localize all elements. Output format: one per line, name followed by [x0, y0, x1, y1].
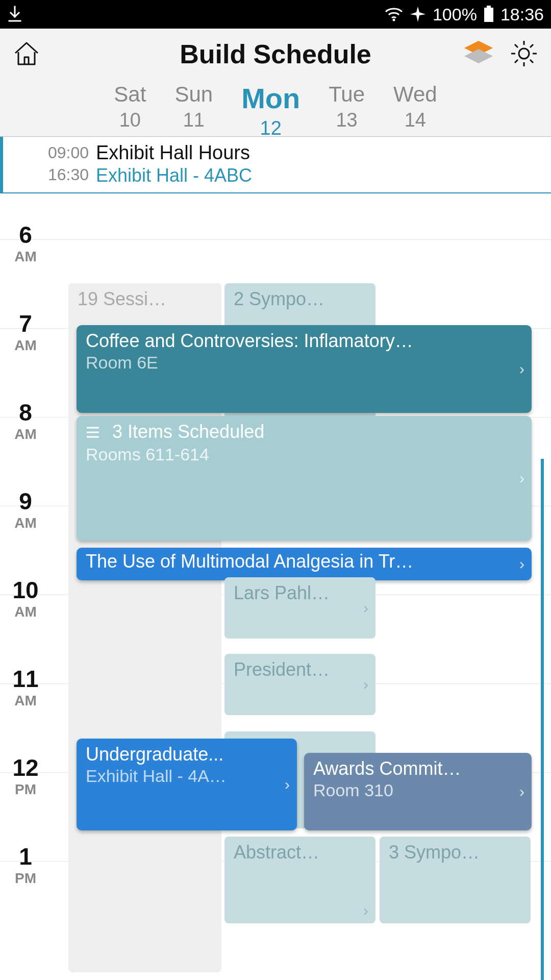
- battery-percent: 100%: [433, 5, 477, 24]
- svg-rect-1: [484, 8, 493, 22]
- chevron-right-icon: ›: [285, 776, 290, 793]
- list-icon: [86, 422, 100, 444]
- day-tabs: Sat 10 Sun 11 Mon 12 Tue 13 Wed 14: [0, 80, 551, 139]
- app-header: Build Schedule Sat 10 Sun 11 Mon 12 Tue …: [0, 29, 551, 137]
- day-tab-mon[interactable]: Mon 12: [241, 83, 300, 139]
- day-tab-tue[interactable]: Tue 13: [329, 83, 365, 139]
- wifi-icon: [385, 7, 403, 22]
- airplane-icon: [409, 6, 427, 23]
- chevron-right-icon: ›: [519, 470, 524, 487]
- status-bar: 100% 18:36: [0, 0, 551, 29]
- chevron-right-icon: ›: [519, 783, 524, 800]
- download-icon: [7, 6, 22, 23]
- svg-point-5: [519, 48, 529, 59]
- allday-times: 09:00 16:30: [8, 142, 96, 186]
- chevron-right-icon: ›: [363, 599, 368, 617]
- page-title: Build Schedule: [180, 39, 371, 69]
- event-president[interactable]: President… ›: [224, 654, 375, 715]
- svg-marker-4: [464, 49, 493, 63]
- clock-time: 18:36: [500, 5, 544, 24]
- event-awards-committee[interactable]: Awards Commit… Room 310 ›: [304, 753, 532, 830]
- event-undergraduate[interactable]: Undergraduate... Exhibit Hall - 4A… ›: [77, 739, 297, 830]
- event-abstract[interactable]: Abstract… ›: [224, 837, 375, 923]
- svg-point-0: [392, 19, 395, 21]
- settings-button[interactable]: [510, 40, 538, 69]
- svg-line-12: [530, 44, 533, 47]
- chevron-right-icon: ›: [519, 360, 524, 378]
- chevron-right-icon: ›: [363, 676, 368, 693]
- layers-button[interactable]: [462, 40, 495, 67]
- event-coffee-controversies[interactable]: Coffee and Controversies: Inflamatory… R…: [77, 325, 532, 413]
- day-tab-wed[interactable]: Wed 14: [393, 83, 437, 139]
- svg-rect-2: [487, 6, 491, 8]
- day-tab-sat[interactable]: Sat 10: [114, 83, 146, 139]
- svg-line-10: [515, 44, 518, 47]
- chevron-right-icon: ›: [363, 902, 368, 919]
- event-multimodal[interactable]: The Use of Multimodal Analgesia in Tr… ›: [77, 548, 532, 580]
- day-tab-sun[interactable]: Sun 11: [174, 83, 213, 139]
- battery-icon: [483, 6, 494, 23]
- timeline[interactable]: 6AM 7AM 8AM 9AM 10AM 11AM 12PM 1PM 19 Se…: [0, 193, 551, 980]
- event-three-items[interactable]: 3 Items Scheduled Rooms 611-614 ›: [77, 416, 532, 541]
- svg-line-11: [530, 60, 533, 63]
- chevron-right-icon: ›: [519, 555, 524, 573]
- event-three-symposia[interactable]: 3 Sympo…: [380, 837, 531, 923]
- allday-event[interactable]: 09:00 16:30 Exhibit Hall Hours Exhibit H…: [0, 137, 551, 193]
- svg-line-13: [515, 60, 518, 63]
- home-button[interactable]: [12, 39, 41, 69]
- allday-title: Exhibit Hall Hours: [96, 142, 546, 164]
- allday-location: Exhibit Hall - 4ABC: [96, 165, 546, 186]
- event-lars-pahl[interactable]: Lars Pahl… ›: [224, 577, 375, 639]
